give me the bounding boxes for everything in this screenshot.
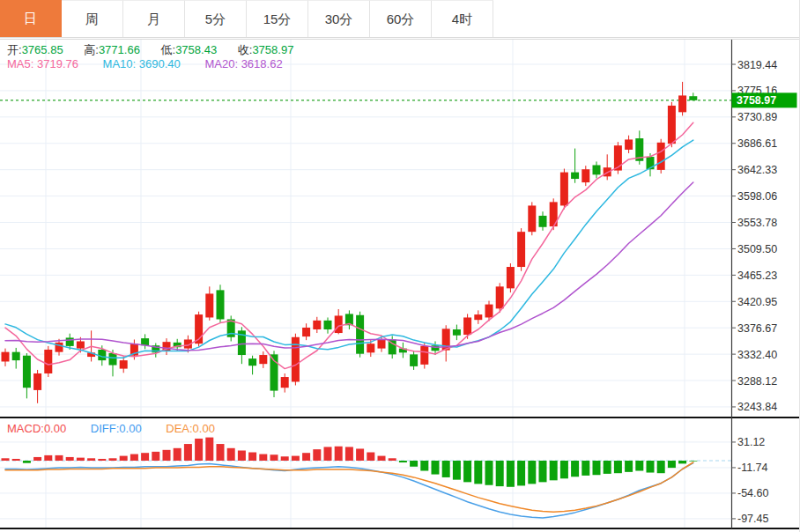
macd-readout: MACD:0.00 DIFF:0.00 DEA:0.00 — [7, 422, 215, 435]
low-label: 低: — [161, 43, 176, 56]
svg-text:3553.78: 3553.78 — [737, 217, 777, 229]
svg-text:3598.06: 3598.06 — [737, 190, 777, 203]
kline-chart[interactable]: 3819.443775.163730.893686.613642.333598.… — [0, 38, 800, 532]
close-label: 收: — [238, 43, 253, 56]
high-value: 3771.66 — [99, 43, 140, 56]
ohlc-readout: 开:3765.85 高:3771.66 低:3758.43 收:3758.97 — [7, 42, 311, 58]
low-value: 3758.43 — [175, 43, 217, 56]
svg-text:3819.44: 3819.44 — [737, 59, 777, 71]
open-value: 3765.85 — [22, 43, 63, 56]
svg-text:3642.33: 3642.33 — [737, 164, 777, 176]
ma5-label: MA5: — [7, 57, 33, 70]
tab-4hour[interactable]: 4时 — [432, 0, 493, 37]
svg-text:3376.67: 3376.67 — [737, 322, 777, 335]
tab-15min[interactable]: 15分 — [247, 0, 308, 37]
period-tabbar: 日 周 月 5分 15分 30分 60分 4时 — [0, 0, 800, 38]
open-label: 开: — [7, 43, 22, 56]
ma20-value: 3618.62 — [241, 57, 283, 70]
svg-text:3730.89: 3730.89 — [737, 111, 777, 123]
dea-value: 0.00 — [193, 422, 215, 435]
tab-60min[interactable]: 60分 — [370, 0, 432, 37]
tab-5min[interactable]: 5分 — [185, 0, 247, 37]
svg-text:-54.60: -54.60 — [737, 487, 768, 499]
svg-text:3332.40: 3332.40 — [737, 349, 777, 361]
close-value: 3758.97 — [252, 43, 293, 56]
tab-month[interactable]: 月 — [123, 0, 185, 37]
tab-30min[interactable]: 30分 — [308, 0, 370, 37]
tab-week[interactable]: 周 — [62, 0, 123, 37]
macd-label: MACD: — [7, 422, 44, 435]
svg-text:-97.45: -97.45 — [737, 513, 768, 525]
svg-text:-11.74: -11.74 — [737, 462, 768, 474]
kline-app: 日 周 月 5分 15分 30分 60分 4时 3819.443775.1637… — [0, 0, 800, 532]
ma20-label: MA20: — [204, 57, 238, 70]
ma5-value: 3719.76 — [37, 57, 78, 70]
dea-label: DEA: — [166, 422, 192, 435]
diff-value: 0.00 — [119, 422, 141, 435]
svg-text:3758.97: 3758.97 — [737, 94, 776, 107]
svg-text:3686.61: 3686.61 — [737, 137, 777, 150]
svg-text:3288.12: 3288.12 — [737, 375, 777, 388]
ma10-label: MA10: — [103, 57, 137, 70]
ma10-value: 3690.40 — [139, 57, 181, 70]
high-label: 高: — [84, 43, 99, 56]
macd-value: 0.00 — [44, 422, 66, 435]
svg-text:3243.84: 3243.84 — [737, 401, 777, 413]
tab-day[interactable]: 日 — [0, 0, 62, 37]
svg-text:3420.95: 3420.95 — [737, 296, 777, 308]
diff-label: DIFF: — [91, 422, 120, 435]
svg-text:31.12: 31.12 — [737, 436, 765, 448]
svg-text:3509.50: 3509.50 — [737, 243, 777, 255]
ma-readout: MA5: 3719.76 MA10: 3690.40 MA20: 3618.62 — [7, 57, 283, 70]
svg-text:3465.23: 3465.23 — [737, 270, 777, 282]
